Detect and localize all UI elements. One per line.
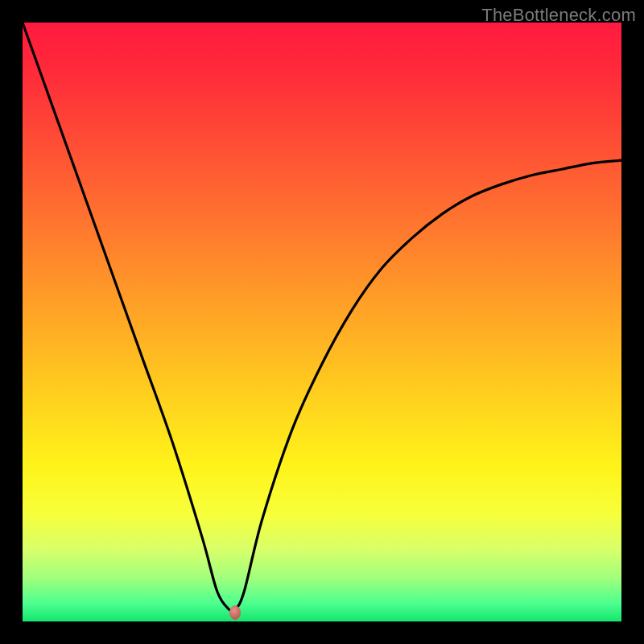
chart-frame: TheBottleneck.com (0, 0, 644, 644)
plot-area (23, 23, 621, 621)
curve-path (23, 23, 621, 612)
bottleneck-curve (23, 23, 621, 621)
optimum-marker (229, 605, 241, 620)
watermark-text: TheBottleneck.com (481, 5, 636, 26)
